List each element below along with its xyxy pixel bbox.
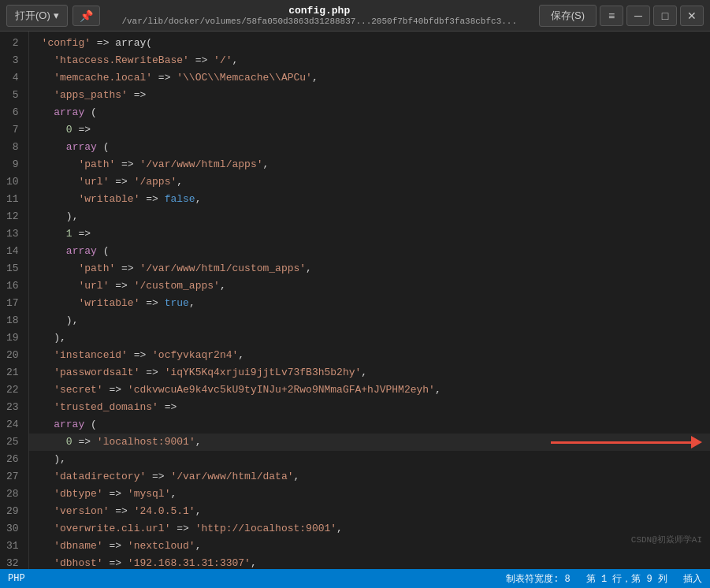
save-button[interactable]: 保存(S) xyxy=(539,5,597,27)
token-s-string: 'apps_paths' xyxy=(54,87,128,104)
token-s-arrow: => xyxy=(103,486,128,503)
token-s-value-str: '/var/www/html/apps' xyxy=(139,156,262,173)
code-line: 'writable' => false, xyxy=(29,191,710,208)
code-line: 'writable' => true, xyxy=(29,295,710,312)
file-title: config.php xyxy=(100,5,539,17)
token-s-value-str: '24.0.5.1' xyxy=(134,503,195,520)
line-number: 4 xyxy=(6,69,19,87)
code-line: 'passwordsalt' => 'iqYK5Kq4xrjui9jjtLv73… xyxy=(29,364,710,381)
code-line: ), xyxy=(29,208,710,225)
token-s-string: 'writable' xyxy=(78,295,139,312)
token-s-arrow: => xyxy=(72,434,97,451)
token-s-value-str: 'http://localhost:9001' xyxy=(195,520,336,538)
token-s-value-str: 'localhost:9001' xyxy=(97,434,195,451)
token-s-value-str: 'iqYK5Kq4xrjui9jjtLv73fB3h5b2hy' xyxy=(165,364,362,381)
code-line: 'dbhost' => '192.168.31.31:3307', xyxy=(29,555,710,569)
token-s-arrow: => xyxy=(103,381,128,399)
code-line: 'memcache.local' => '\\OC\\Memcache\\APC… xyxy=(29,69,710,87)
token-s-arrow: => xyxy=(146,468,170,486)
language-indicator[interactable]: PHP xyxy=(8,573,25,584)
token-suffix: , xyxy=(195,191,202,208)
arrow-head-icon xyxy=(691,436,702,448)
tab-width[interactable]: 制表符宽度: 8 xyxy=(506,572,571,586)
token-s-value-str: 'nextcloud' xyxy=(128,538,195,555)
token-s-arrow: => xyxy=(109,503,133,520)
titlebar: 打开(O) ▾ 📌 config.php /var/lib/docker/vol… xyxy=(0,0,710,32)
token-s-value-str: '/' xyxy=(214,52,232,69)
token-s-arrow: => xyxy=(128,87,146,104)
token-suffix: , xyxy=(232,52,238,69)
token-indent xyxy=(42,295,79,312)
token-indent xyxy=(42,468,54,486)
token-suffix: , xyxy=(170,486,177,503)
code-line: ), xyxy=(29,312,710,329)
token-indent xyxy=(42,225,66,243)
minimize-button[interactable]: ─ xyxy=(626,6,650,26)
token-s-number: 1 xyxy=(66,225,72,243)
line-number: 17 xyxy=(6,295,19,312)
token-suffix: , xyxy=(336,520,343,538)
close-button[interactable]: ✕ xyxy=(680,6,704,26)
token-s-punct: ), xyxy=(54,451,66,468)
code-line: 'apps_paths' => xyxy=(29,87,710,104)
line-number: 11 xyxy=(6,191,19,208)
token-suffix: , xyxy=(195,538,202,555)
token-indent xyxy=(42,87,54,104)
line-number: 12 xyxy=(6,208,19,225)
token-s-number: 0 xyxy=(66,121,72,139)
token-s-arrow: => array( xyxy=(91,35,152,52)
pin-button[interactable]: 📌 xyxy=(72,6,100,26)
token-s-arrow: => xyxy=(72,225,91,243)
token-suffix: , xyxy=(251,555,257,569)
menu-button[interactable]: ≡ xyxy=(600,6,623,26)
token-s-string: 'secret' xyxy=(54,381,102,399)
line-number: 6 xyxy=(6,104,19,121)
maximize-button[interactable]: □ xyxy=(653,6,677,26)
titlebar-center: config.php /var/lib/docker/volumes/58fa0… xyxy=(100,5,539,26)
code-line: 'dbname' => 'nextcloud', xyxy=(29,538,710,555)
code-line: 0 => xyxy=(29,121,710,139)
token-indent xyxy=(42,416,54,434)
token-s-string: 'instanceid' xyxy=(54,347,128,364)
token-s-arrow: => xyxy=(158,399,177,416)
token-s-punct: ( xyxy=(97,243,110,260)
token-s-arrow: => xyxy=(139,295,164,312)
code-area[interactable]: 'config' => array( 'htaccess.RewriteBase… xyxy=(29,32,710,569)
token-s-value-str: '\\OC\\Memcache\\APCu' xyxy=(177,69,312,87)
line-number: 19 xyxy=(6,329,19,347)
token-indent xyxy=(42,364,54,381)
token-s-value-str: 'mysql' xyxy=(128,486,171,503)
line-number: 8 xyxy=(6,139,19,156)
encoding: 插入 xyxy=(683,572,702,586)
token-s-string: 'path' xyxy=(78,260,115,277)
token-s-arrow: => xyxy=(109,277,133,295)
line-number: 9 xyxy=(6,156,19,173)
token-s-string: 'datadirectory' xyxy=(54,468,146,486)
token-s-string: 'path' xyxy=(78,156,115,173)
open-button[interactable]: 打开(O) ▾ xyxy=(6,5,68,27)
token-suffix: , xyxy=(294,468,300,486)
token-indent xyxy=(42,208,66,225)
line-number: 31 xyxy=(6,538,19,555)
line-number: 26 xyxy=(6,451,19,468)
token-indent xyxy=(42,555,54,569)
token-indent xyxy=(42,121,66,139)
editor-area: 2345678910111213141516171819202122232425… xyxy=(0,32,710,569)
line-number: 30 xyxy=(6,520,19,538)
code-line: ), xyxy=(29,451,710,468)
token-s-punct: ( xyxy=(84,416,97,434)
token-suffix: , xyxy=(238,347,244,364)
line-number: 25 xyxy=(6,434,19,451)
token-s-string: 'passwordsalt' xyxy=(54,364,139,381)
token-s-arrow: => xyxy=(139,191,164,208)
line-number: 16 xyxy=(6,277,19,295)
token-indent xyxy=(42,538,54,555)
token-indent xyxy=(42,451,54,468)
line-numbers: 2345678910111213141516171819202122232425… xyxy=(0,32,29,569)
token-indent xyxy=(42,260,79,277)
token-indent xyxy=(42,104,54,121)
token-s-array-kw: array xyxy=(66,243,97,260)
token-s-string: 'htaccess.RewriteBase' xyxy=(54,52,189,69)
token-s-array-kw: array xyxy=(66,139,97,156)
code-line: 'url' => '/custom_apps', xyxy=(29,277,710,295)
